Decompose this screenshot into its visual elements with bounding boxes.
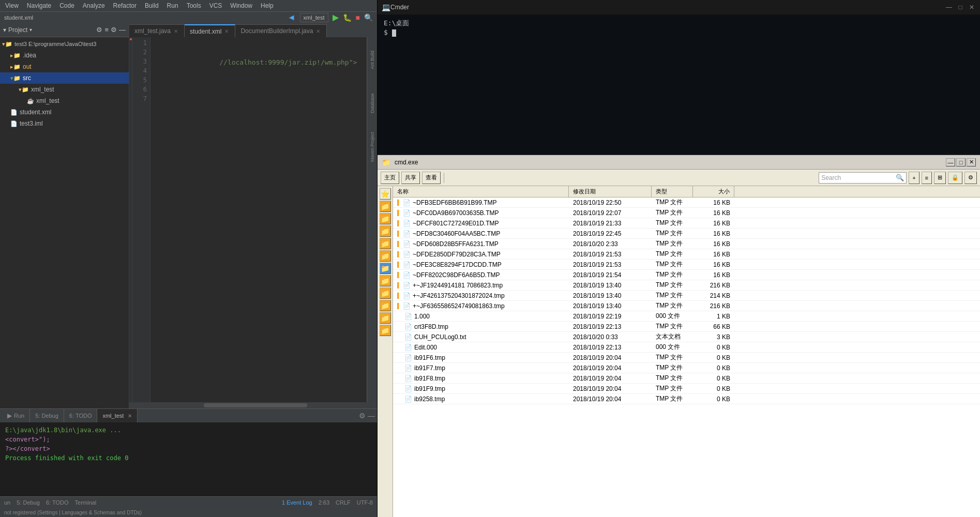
list-item[interactable]: ▌ 📄 +~JF19244914181 7086823.tmp 2018/10/…	[393, 280, 980, 291]
cmd-close-btn[interactable]: ✕	[968, 3, 976, 11]
search-box[interactable]: 🔍	[819, 172, 907, 184]
debug-button[interactable]: 🐛	[343, 13, 352, 22]
tree-item-root[interactable]: ▾📁 test3 E:\programme\JavaO\test3	[0, 38, 129, 50]
tab-xml-test-java-close[interactable]: ✕	[173, 28, 179, 34]
list-item[interactable]: 📄 1.000 2018/10/19 22:19 000 文件 1 KB	[393, 311, 980, 322]
list-item[interactable]: 📄 Edit.000 2018/10/19 22:13 000 文件 0 KB	[393, 342, 980, 353]
ant-build-btn[interactable]: Ant Build	[367, 39, 378, 81]
menu-view[interactable]: View	[3, 1, 21, 10]
nav-folder-btn-11[interactable]: 📁	[380, 325, 391, 336]
nav-star-btn[interactable]: ⭐	[380, 188, 391, 200]
status-todo-label[interactable]: 6: TODO	[46, 499, 69, 506]
view-toggle-btn[interactable]: ≡	[922, 172, 932, 184]
settings-icon[interactable]: ⚙	[111, 26, 117, 34]
sort-btn[interactable]: ⊞	[934, 172, 946, 184]
list-item[interactable]: ▌ 📄 +~JF4261375204301872024.tmp 2018/10/…	[393, 291, 980, 301]
list-item[interactable]: ▌ 📄 ~DFD8C30460F04AA5BC.TMP 2018/10/19 2…	[393, 229, 980, 239]
database-btn[interactable]: Database	[367, 83, 378, 124]
terminal-maximize-icon[interactable]: —	[368, 412, 375, 420]
stop-button[interactable]: ■	[356, 13, 360, 22]
search-icon[interactable]: 🔍	[896, 174, 904, 181]
minimize-panel-icon[interactable]: —	[119, 26, 126, 34]
terminal-content[interactable]: E:\java\jdk1.8\bin\java.exe ... <convert…	[0, 422, 377, 496]
menu-build[interactable]: Build	[143, 1, 161, 10]
nav-folder-btn-4[interactable]: 📁	[380, 238, 391, 249]
tree-item-test3-iml[interactable]: 📄 test3.iml	[0, 118, 129, 129]
back-arrow-icon[interactable]: ◄	[288, 13, 296, 22]
status-un[interactable]: un	[4, 499, 10, 506]
nav-folder-btn-9[interactable]: 📁	[380, 300, 391, 311]
col-header-date[interactable]: 修改日期	[569, 186, 652, 197]
status-debug-label[interactable]: 5: Debug	[17, 499, 40, 506]
tab-debug[interactable]: 5: Debug	[30, 409, 64, 422]
col-header-name[interactable]: 名称	[393, 186, 569, 197]
list-item[interactable]: ▌ 📄 ~DFF8202C98DF6A6B5D.TMP 2018/10/19 2…	[393, 270, 980, 280]
search-input[interactable]	[821, 174, 894, 181]
tree-item-xml-test-folder[interactable]: ▾📁 xml_test	[0, 84, 129, 95]
tab-todo[interactable]: 6: TODO	[64, 409, 98, 422]
list-item[interactable]: ▌ 📄 +~JF6365586524749081863.tmp 2018/10/…	[393, 301, 980, 311]
run-config-dropdown[interactable]: xml_test	[300, 13, 328, 22]
tree-item-out[interactable]: ▸📁 out	[0, 61, 129, 72]
menu-window[interactable]: Window	[228, 1, 254, 10]
tree-item-xml-test-file[interactable]: ☕ xml_test	[0, 95, 129, 107]
list-item[interactable]: 📄 CUH_PCULog0.txt 2018/10/20 0:33 文本文档 3…	[393, 332, 980, 342]
col-header-type[interactable]: 类型	[652, 186, 693, 197]
explorer-restore-btn[interactable]: □	[956, 158, 966, 166]
nav-folder-btn-1[interactable]: 📁	[380, 201, 391, 212]
toolbar-home-btn[interactable]: 主页	[381, 172, 399, 184]
code-content[interactable]: //localhost:9999/jar.zip!/wm.php">	[150, 37, 367, 402]
nav-folder-btn-3[interactable]: 📁	[380, 225, 391, 237]
nav-folder-btn-2[interactable]: 📁	[380, 213, 391, 224]
tab-xml-test-java[interactable]: xml_test.java ✕	[129, 24, 185, 37]
status-charset[interactable]: UTF-8	[357, 499, 373, 506]
scrollbar-thumb[interactable]	[204, 403, 307, 407]
code-editor[interactable]: 1 2 3 4 5 6 7 //localhost:9999/jar.zip!/…	[129, 37, 377, 402]
menu-refactor[interactable]: Refactor	[111, 1, 139, 10]
menu-help[interactable]: Help	[259, 1, 276, 10]
terminal-settings-icon[interactable]: ⚙	[359, 412, 366, 420]
tab-terminal[interactable]: xml_test ✕	[97, 409, 138, 422]
menu-analyze[interactable]: Analyze	[81, 1, 107, 10]
status-terminal-label[interactable]: Terminal	[75, 499, 97, 506]
toolbar-view-btn[interactable]: 查看	[422, 172, 441, 184]
menu-code[interactable]: Code	[57, 1, 77, 10]
menu-run[interactable]: Run	[165, 1, 180, 10]
list-item[interactable]: 📄 ib91F8.tmp 2018/10/19 20:04 TMP 文件 0 K…	[393, 373, 980, 384]
search-everywhere-icon[interactable]: 🔍	[364, 13, 373, 22]
lock-btn[interactable]: 🔒	[948, 172, 962, 184]
new-folder-btn[interactable]: +	[909, 172, 919, 184]
run-button[interactable]: ▶	[333, 12, 339, 22]
tree-item-student-xml[interactable]: 📄 student.xml	[0, 107, 129, 118]
tab-documentbuilder-impl-close[interactable]: ✕	[315, 28, 321, 34]
cmd-minimize-btn[interactable]: —	[945, 3, 953, 11]
menu-tools[interactable]: Tools	[185, 1, 203, 10]
tab-student-xml[interactable]: student.xml ✕	[185, 24, 235, 37]
status-crlf[interactable]: CRLF	[336, 499, 351, 506]
tree-item-idea[interactable]: ▸📁 .idea	[0, 50, 129, 61]
list-item[interactable]: 📄 ib91F9.tmp 2018/10/19 20:04 TMP 文件 0 K…	[393, 384, 980, 394]
tab-run[interactable]: ▶ Run	[2, 409, 30, 422]
list-item[interactable]: ▌ 📄 ~DFC0DA9B697003635B.TMP 2018/10/19 2…	[393, 208, 980, 218]
list-item[interactable]: 📄 ib9258.tmp 2018/10/19 20:04 TMP 文件 0 K…	[393, 394, 980, 404]
nav-folder-btn-5[interactable]: 📁	[380, 250, 391, 262]
gear-icon[interactable]: ⚙	[96, 26, 102, 34]
maven-project-btn[interactable]: Maven Project	[367, 126, 378, 168]
list-item[interactable]: 📄 ib91F7.tmp 2018/10/19 20:04 TMP 文件 0 K…	[393, 363, 980, 373]
sidebar-collapse-icon[interactable]: ▾	[3, 26, 6, 34]
toolbar-share-btn[interactable]: 共享	[401, 172, 420, 184]
horizontal-scrollbar[interactable]	[129, 402, 377, 408]
list-item[interactable]: 📄 crt3F8D.tmp 2018/10/19 22:13 TMP 文件 66…	[393, 322, 980, 332]
menu-vcs[interactable]: VCS	[207, 1, 224, 10]
nav-folder-btn-6[interactable]: 📁	[380, 263, 391, 274]
col-header-size[interactable]: 大小	[693, 186, 734, 197]
explorer-minimize-btn[interactable]: —	[946, 158, 955, 166]
menu-navigate[interactable]: Navigate	[25, 1, 53, 10]
nav-folder-btn-8[interactable]: 📁	[380, 287, 391, 299]
list-item[interactable]: ▌ 📄 ~DFCF801C727249E01D.TMP 2018/10/19 2…	[393, 218, 980, 229]
event-log[interactable]: 1 Event Log	[282, 499, 312, 506]
options-btn[interactable]: ⚙	[964, 172, 977, 184]
list-item[interactable]: ▌ 📄 ~DFB3EDF6BB6B91B99.TMP 2018/10/19 22…	[393, 197, 980, 208]
tab-terminal-close[interactable]: ✕	[128, 413, 132, 419]
list-item[interactable]: ▌ 📄 ~DFD608D28B5FFA6231.TMP 2018/10/20 2…	[393, 239, 980, 249]
